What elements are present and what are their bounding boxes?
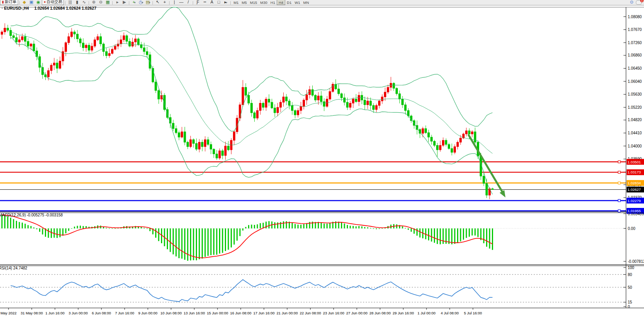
candle[interactable] bbox=[248, 95, 250, 103]
candle[interactable] bbox=[132, 42, 134, 46]
candle[interactable] bbox=[370, 101, 372, 105]
candle[interactable] bbox=[155, 82, 157, 91]
candle[interactable] bbox=[346, 102, 348, 107]
candle[interactable] bbox=[190, 140, 192, 147]
candle[interactable] bbox=[233, 132, 235, 140]
candle[interactable] bbox=[291, 105, 293, 110]
bar-chart-mode-icon[interactable]: ||| bbox=[67, 0, 74, 5]
candle[interactable] bbox=[283, 97, 284, 102]
candle[interactable] bbox=[126, 36, 128, 41]
candle[interactable] bbox=[277, 107, 279, 113]
candle[interactable] bbox=[178, 133, 180, 137]
candle[interactable] bbox=[146, 51, 148, 55]
candle[interactable] bbox=[253, 113, 255, 118]
candle[interactable] bbox=[135, 39, 137, 42]
timeframe-h4-button[interactable]: H4 bbox=[277, 0, 285, 5]
candle[interactable] bbox=[65, 43, 67, 51]
candle[interactable] bbox=[85, 45, 87, 48]
candle[interactable] bbox=[242, 87, 244, 105]
candle[interactable] bbox=[265, 99, 267, 107]
timeframe-w1-button[interactable]: W1 bbox=[293, 0, 301, 5]
candle[interactable] bbox=[53, 63, 55, 65]
candle[interactable] bbox=[323, 101, 325, 106]
candle[interactable] bbox=[216, 154, 218, 158]
candle[interactable] bbox=[30, 44, 32, 46]
candle[interactable] bbox=[280, 102, 282, 107]
candle[interactable] bbox=[451, 149, 453, 153]
candle[interactable] bbox=[15, 38, 17, 42]
horizontal-line-icon[interactable]: — bbox=[178, 0, 185, 5]
candle[interactable] bbox=[71, 32, 73, 36]
timeframe-m5-button[interactable]: M5 bbox=[240, 0, 248, 5]
candle[interactable] bbox=[274, 108, 276, 113]
candle[interactable] bbox=[204, 140, 206, 147]
fibonacci-icon[interactable]: Ƒ bbox=[194, 0, 201, 5]
candle[interactable] bbox=[329, 91, 331, 99]
text-icon[interactable]: A bbox=[208, 0, 215, 5]
chart-canvas[interactable]: 1.080801.076701.072601.068601.064501.060… bbox=[0, 5, 644, 319]
candle[interactable] bbox=[349, 103, 351, 108]
zoom-in-icon[interactable]: ⊕ bbox=[90, 0, 97, 5]
candle[interactable] bbox=[315, 95, 317, 100]
candle[interactable] bbox=[48, 70, 50, 77]
candle[interactable] bbox=[381, 97, 383, 101]
candle[interactable] bbox=[236, 118, 238, 132]
candle[interactable] bbox=[13, 36, 15, 38]
candle[interactable] bbox=[207, 140, 209, 144]
autotrading-button[interactable]: ●自动交易 bbox=[42, 0, 64, 5]
tile-windows-icon[interactable]: ▦ bbox=[104, 0, 111, 5]
candle[interactable] bbox=[158, 91, 160, 99]
timeframe-d1-button[interactable]: D1 bbox=[285, 0, 293, 5]
candle[interactable] bbox=[181, 132, 183, 137]
candle[interactable] bbox=[442, 140, 444, 145]
candle[interactable] bbox=[387, 87, 389, 92]
candle[interactable] bbox=[88, 45, 90, 50]
candle[interactable] bbox=[393, 83, 395, 88]
line-drag-handle[interactable] bbox=[618, 182, 620, 184]
candle[interactable] bbox=[245, 87, 247, 95]
text-label-icon[interactable]: □ bbox=[215, 0, 222, 5]
candle[interactable] bbox=[338, 89, 340, 94]
candle[interactable] bbox=[399, 94, 401, 99]
candle[interactable] bbox=[437, 146, 438, 150]
candle[interactable] bbox=[210, 144, 212, 149]
candle[interactable] bbox=[457, 142, 459, 146]
candle[interactable] bbox=[460, 138, 462, 142]
candle[interactable] bbox=[82, 43, 84, 48]
add-chart-icon[interactable]: +▾ bbox=[130, 0, 137, 5]
candle[interactable] bbox=[257, 110, 259, 118]
candle[interactable] bbox=[379, 101, 380, 105]
candle[interactable] bbox=[288, 101, 290, 105]
candle[interactable] bbox=[108, 53, 110, 56]
candle[interactable] bbox=[448, 144, 450, 149]
crosshair-icon[interactable]: + bbox=[161, 0, 168, 5]
line-drag-handle[interactable] bbox=[618, 199, 620, 202]
signals-icon[interactable]: ◉ bbox=[35, 0, 42, 5]
candle[interactable] bbox=[19, 40, 21, 42]
candle[interactable] bbox=[222, 151, 224, 155]
candle[interactable] bbox=[172, 123, 174, 129]
candle[interactable] bbox=[39, 57, 41, 67]
candle[interactable] bbox=[106, 51, 108, 56]
templates-icon[interactable]: ▤▾ bbox=[144, 0, 151, 5]
candle[interactable] bbox=[114, 46, 116, 49]
candle[interactable] bbox=[492, 189, 493, 189]
search-icon[interactable]: ⊙ bbox=[628, 0, 635, 5]
candle[interactable] bbox=[364, 100, 366, 105]
market-watch-icon[interactable]: ▣ bbox=[28, 0, 35, 5]
candle[interactable] bbox=[21, 37, 23, 40]
timeframe-m15-button[interactable]: M15 bbox=[248, 0, 259, 5]
candle[interactable] bbox=[1, 32, 3, 34]
candle[interactable] bbox=[199, 142, 200, 149]
candle[interactable] bbox=[297, 110, 299, 115]
candle[interactable] bbox=[286, 97, 288, 101]
candle[interactable] bbox=[294, 110, 296, 115]
candle[interactable] bbox=[474, 132, 476, 142]
candle[interactable] bbox=[445, 140, 447, 144]
candle[interactable] bbox=[466, 131, 468, 134]
candle[interactable] bbox=[404, 105, 406, 111]
arrows-shapes-icon[interactable]: ▸▾ bbox=[222, 0, 229, 5]
chart-shift-icon[interactable]: ▸ bbox=[114, 0, 121, 5]
candle[interactable] bbox=[10, 30, 12, 36]
sell-arrow-head[interactable] bbox=[500, 190, 505, 197]
